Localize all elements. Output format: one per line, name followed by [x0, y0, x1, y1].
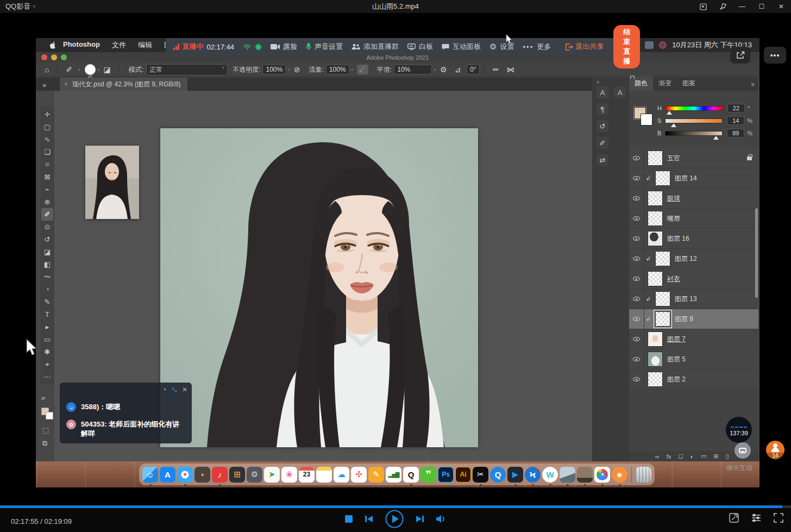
marquee-tool-icon[interactable]: ▢: [41, 121, 53, 133]
collapsed-panel-icon[interactable]: A: [614, 86, 626, 98]
dock-app-calendar[interactable]: 23: [299, 467, 315, 483]
saturation-slider-thumb[interactable]: [671, 123, 676, 127]
layer-row[interactable]: 图层 5: [629, 349, 758, 370]
brush-tool-icon[interactable]: ✐: [41, 208, 53, 221]
layer-thumbnail[interactable]: [648, 191, 663, 206]
shape-tool-icon[interactable]: ▭: [41, 333, 53, 346]
help-icon[interactable]: ◔: [162, 386, 166, 393]
layer-name[interactable]: 图层 7: [667, 335, 686, 344]
dock-app-netease[interactable]: ♪: [212, 467, 228, 483]
apple-logo-icon[interactable]: [50, 41, 57, 49]
swap-colors-icon[interactable]: ⇄: [41, 396, 46, 401]
dock-app-illustrator[interactable]: Ai: [455, 467, 471, 483]
fullscreen-button[interactable]: [774, 513, 783, 523]
layer-row[interactable]: 五官: [629, 148, 758, 168]
add-live-group-button[interactable]: 添加直播群: [351, 42, 399, 52]
visibility-toggle[interactable]: [629, 148, 644, 168]
layers-footer-icon[interactable]: ▯: [726, 453, 729, 460]
next-button[interactable]: [416, 515, 424, 523]
path-select-tool-icon[interactable]: ▸: [41, 321, 53, 333]
layer-thumbnail[interactable]: [648, 331, 663, 347]
layer-thumbnail[interactable]: [648, 372, 663, 387]
opacity-field[interactable]: 100%: [262, 65, 286, 74]
dock-app-qqbrowser[interactable]: Q: [490, 467, 506, 483]
pressure-opacity-icon[interactable]: ⊘: [294, 65, 300, 74]
visibility-toggle[interactable]: [629, 329, 644, 349]
saturation-value[interactable]: 14: [727, 116, 744, 125]
dock-app-qq[interactable]: Q: [403, 467, 419, 483]
brush-angle-field[interactable]: 0°: [467, 65, 479, 74]
layer-thumbnail[interactable]: [648, 211, 663, 226]
more-button[interactable]: ••• 更多: [523, 42, 551, 52]
layer-name[interactable]: 眼球: [667, 194, 680, 203]
visibility-toggle[interactable]: [629, 229, 644, 248]
dock-app-safari[interactable]: ✦: [177, 467, 193, 483]
layer-thumbnail[interactable]: [648, 231, 663, 246]
brush-preset-picker[interactable]: 45: [85, 64, 96, 75]
home-icon[interactable]: ⌂: [45, 65, 49, 74]
hue-slider-thumb[interactable]: [667, 111, 672, 115]
collapsed-panel-icon[interactable]: A: [597, 86, 608, 98]
menu-item[interactable]: 编辑: [138, 40, 152, 50]
eyedropper-tool-icon[interactable]: ⌁: [41, 183, 53, 196]
minimize-button[interactable]: —: [732, 0, 752, 13]
video-settings-button[interactable]: [729, 513, 739, 523]
previous-button[interactable]: [365, 515, 373, 523]
pressure-size-icon[interactable]: ✏: [493, 65, 499, 74]
background-color-swatch[interactable]: [46, 412, 53, 420]
smudge-tool-icon[interactable]: 〜: [41, 271, 53, 283]
reference-photo[interactable]: [85, 146, 139, 219]
dock-app-wps[interactable]: ✎: [368, 467, 384, 483]
history-brush-tool-icon[interactable]: ↺: [41, 233, 53, 246]
dock-app-photos[interactable]: ❀: [281, 467, 297, 483]
quick-mask-icon[interactable]: ⬚: [42, 426, 49, 434]
eraser-tool-icon[interactable]: ◪: [41, 246, 53, 258]
layers-footer-icon[interactable]: ∞: [655, 453, 660, 460]
symmetry-icon[interactable]: ⋈: [506, 65, 514, 74]
close-tab-icon[interactable]: ×: [64, 80, 68, 88]
chevron-down-icon[interactable]: ˅: [434, 67, 436, 72]
clone-stamp-tool-icon[interactable]: ⊙: [41, 221, 53, 233]
volume-button[interactable]: [436, 515, 446, 523]
brush-tool-icon[interactable]: ✐: [66, 65, 72, 74]
layer-thumbnail[interactable]: [655, 171, 670, 186]
share-popup-button[interactable]: [730, 47, 750, 64]
dock-app-trash[interactable]: [636, 467, 651, 483]
visibility-toggle[interactable]: [629, 189, 644, 208]
background-color-swatch[interactable]: [641, 114, 652, 126]
dock-app-notes[interactable]: [316, 467, 332, 483]
dock-app-thunder[interactable]: Ϟ: [525, 467, 541, 483]
menubar-extra-icon[interactable]: [645, 41, 654, 49]
layer-thumbnail[interactable]: [655, 251, 670, 266]
scale-window-button[interactable]: [693, 0, 713, 13]
layer-thumbnail[interactable]: [648, 151, 663, 166]
smoothing-options-gear-icon[interactable]: ⚙: [440, 65, 447, 74]
layers-footer-icon[interactable]: fx: [667, 453, 671, 460]
layer-thumbnail[interactable]: [648, 271, 663, 286]
move-tool-icon[interactable]: ✛: [41, 108, 53, 121]
panel-color-swatches[interactable]: [634, 107, 652, 126]
airbrush-toggle-icon[interactable]: ☄: [357, 65, 368, 74]
blend-mode-dropdown[interactable]: 正常˅: [146, 64, 228, 76]
end-live-button[interactable]: 结束直播: [613, 25, 640, 68]
dock-app-calculator[interactable]: ⊞: [229, 467, 245, 483]
saturation-slider[interactable]: [665, 118, 723, 123]
layer-name[interactable]: 五官: [667, 154, 680, 163]
dock-app-capcut[interactable]: ✂: [473, 467, 488, 483]
chat-bubble-button[interactable]: [734, 442, 751, 459]
hue-slider[interactable]: [666, 106, 723, 111]
dock-app-chrome[interactable]: [594, 467, 610, 483]
tab-pattern[interactable]: 图案: [677, 77, 701, 91]
dock-app-game[interactable]: ●: [194, 467, 210, 483]
chevron-down-icon[interactable]: ˅: [287, 67, 290, 72]
hand-tool-icon[interactable]: ✱: [41, 346, 53, 358]
type-tool-icon[interactable]: T: [41, 308, 53, 321]
dock-app-camapp[interactable]: ◉: [612, 467, 627, 483]
collapsed-panel-icon[interactable]: ✐: [597, 137, 608, 149]
session-timer-widget[interactable]: 137:39: [726, 417, 752, 443]
resize-icon[interactable]: ⤡: [172, 386, 177, 393]
color-swatches[interactable]: [41, 404, 53, 421]
player-more-button[interactable]: •••: [764, 47, 786, 64]
layer-row[interactable]: 衬衣: [629, 269, 758, 289]
close-icon[interactable]: ✕: [182, 386, 187, 393]
